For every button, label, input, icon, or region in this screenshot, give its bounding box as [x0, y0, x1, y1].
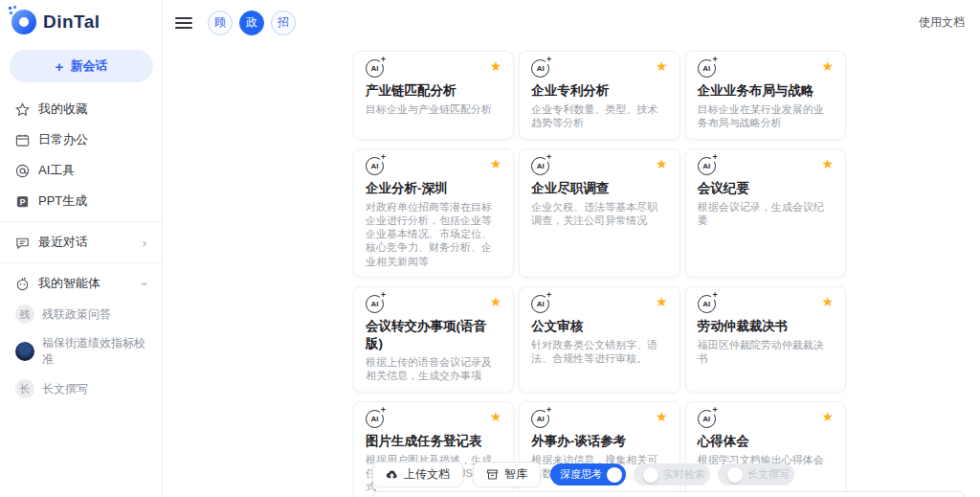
sidebar-item-daily-office[interactable]: 日常办公: [0, 124, 162, 155]
toggle-knob[interactable]: [727, 467, 743, 483]
ppt-icon: P: [15, 194, 30, 209]
plus-icon: +: [56, 58, 64, 75]
chevron-right-icon[interactable]: ›: [143, 237, 146, 249]
agent-card[interactable]: AI ★ 企业业务布局与战略 目标企业在某行业发展的业务布局与战略分析: [685, 51, 846, 140]
sidebar-item-label: 日常办公: [38, 131, 88, 148]
hamburger-menu-icon[interactable]: [175, 17, 192, 29]
sidebar-item-label: PPT生成: [38, 192, 87, 210]
card-title: 企业分析-深圳: [366, 180, 501, 197]
card-title: 公文审核: [531, 318, 667, 335]
agent-card[interactable]: AI ★ 产业链匹配分析 目标企业与产业链匹配分析: [353, 51, 514, 140]
favorite-star-icon[interactable]: ★: [656, 157, 668, 170]
card-title: 劳动仲裁裁决书: [698, 318, 834, 335]
card-title: 心得体会: [698, 433, 834, 450]
agent-avatar: 长: [15, 379, 34, 398]
agent-list: 残 残联政策问答 福保街道绩效指标校准 长 长文撰写: [0, 299, 162, 404]
ai-badge-icon: AI: [531, 295, 549, 313]
agent-card[interactable]: AI ★ 会议纪要 根据会议记录，生成会议纪要: [685, 148, 846, 278]
favorite-star-icon[interactable]: ★: [821, 295, 834, 308]
favorite-star-icon[interactable]: ★: [656, 59, 668, 73]
card-description: 针对政务类公文错别字、语法、合规性等进行审核。: [531, 338, 667, 366]
favorite-star-icon[interactable]: ★: [656, 410, 668, 423]
app-window: DinTal + 新会话 我的收藏 日常办公 AI工具 P PPT生成 最近对话…: [0, 0, 980, 497]
workspace-button[interactable]: 政: [239, 11, 264, 35]
knowledge-base-label: 智库: [504, 466, 527, 483]
upload-cloud-icon: [386, 468, 398, 481]
app-logo: DinTal: [0, 8, 162, 46]
sidebar-item-label: AI工具: [38, 162, 75, 179]
upload-document-label: 上传文档: [404, 466, 450, 483]
card-title: 企业业务布局与战略: [698, 82, 834, 100]
new-chat-button[interactable]: + 新会话: [10, 50, 153, 82]
toggle-knob[interactable]: [643, 467, 658, 483]
agent-card[interactable]: AI ★ 企业尽职调查 企业欠税、违法等基本尽职调查，关注公司异常情况: [519, 148, 679, 278]
favorite-star-icon[interactable]: ★: [490, 59, 502, 73]
card-title: 会议纪要: [698, 180, 834, 197]
app-logo-icon: [11, 10, 36, 34]
toggle-group: 深度思考 实时检索 长文撰写: [550, 463, 794, 486]
workspace-button[interactable]: 招: [271, 11, 296, 35]
card-description: 企业专利数量、类型、技术趋势等分析: [531, 102, 667, 130]
upload-document-button[interactable]: 上传文档: [372, 462, 463, 487]
card-description: 福田区仲裁院劳动仲裁裁决书: [698, 338, 834, 366]
ai-badge-icon: AI: [531, 157, 549, 175]
ai-badge-icon: AI: [698, 410, 716, 428]
robot-icon: [15, 277, 30, 291]
card-title: 产业链匹配分析: [366, 82, 501, 100]
main-area: 顾 政 招 使用文档 AI ★ 产业链匹配分析 目标企业与产业链匹配分析: [163, 0, 980, 497]
toggle-label: 长文撰写: [747, 467, 790, 482]
sidebar-item-my-agents[interactable]: 我的智能体 ›: [0, 268, 162, 299]
card-title: 企业专利分析: [531, 82, 667, 100]
favorite-star-icon[interactable]: ★: [821, 410, 834, 423]
agent-card[interactable]: AI ★ 劳动仲裁裁决书 福田区仲裁院劳动仲裁裁决书: [685, 286, 846, 393]
sidebar-divider: [0, 262, 162, 263]
ai-badge-icon: AI: [366, 295, 384, 313]
favorite-star-icon[interactable]: ★: [490, 157, 502, 170]
sidebar-item-ai-tools[interactable]: AI工具: [0, 155, 162, 186]
sidebar: DinTal + 新会话 我的收藏 日常办公 AI工具 P PPT生成 最近对话…: [0, 0, 163, 497]
feature-toggle[interactable]: 长文撰写: [718, 463, 794, 486]
main-header: 顾 政 招 使用文档: [163, 0, 980, 36]
sidebar-agent-item[interactable]: 长 长文撰写: [0, 373, 162, 404]
ai-badge-icon: AI: [531, 59, 549, 78]
card-title: 会议转交办事项(语音版): [366, 318, 501, 352]
favorite-star-icon[interactable]: ★: [821, 59, 834, 73]
agent-card[interactable]: AI ★ 会议转交办事项(语音版) 根据上传的语音会议记录及相关信息，生成交办事…: [353, 286, 514, 393]
card-description: 根据会议记录，生成会议纪要: [698, 200, 834, 228]
toggle-knob[interactable]: [607, 467, 622, 483]
sidebar-agent-item[interactable]: 福保街道绩效指标校准: [0, 329, 162, 373]
sidebar-item-ppt[interactable]: P PPT生成: [0, 186, 162, 216]
card-description: 目标企业在某行业发展的业务布局与战略分析: [698, 102, 834, 130]
favorite-star-icon[interactable]: ★: [490, 295, 502, 308]
chevron-down-icon[interactable]: ›: [138, 282, 150, 285]
star-icon: [15, 102, 30, 117]
sidebar-item-favorites[interactable]: 我的收藏: [0, 94, 162, 124]
agent-avatar: 残: [15, 305, 34, 324]
card-title: 外事办-谈话参考: [531, 433, 667, 450]
feature-toggle[interactable]: 实时检索: [634, 463, 710, 486]
card-title: 企业尽职调查: [531, 180, 667, 197]
card-description: 对政府单位招商等潜在目标企业进行分析，包括企业等企业基本情况、市场定位、核心竞争…: [366, 200, 501, 268]
toggle-label: 实时检索: [663, 467, 705, 482]
at-circle-icon: [15, 164, 30, 178]
calendar-icon: [15, 133, 30, 147]
sidebar-item-label: 最近对话: [38, 234, 88, 251]
svg-text:P: P: [20, 196, 26, 206]
favorite-star-icon[interactable]: ★: [490, 410, 502, 423]
workspace-button[interactable]: 顾: [208, 11, 233, 35]
sidebar-agent-item[interactable]: 残 残联政策问答: [0, 299, 162, 329]
usage-docs-link[interactable]: 使用文档: [919, 14, 965, 31]
agent-card[interactable]: AI ★ 公文审核 针对政务类公文错别字、语法、合规性等进行审核。: [519, 286, 679, 393]
knowledge-base-button[interactable]: 智库: [473, 462, 541, 487]
sidebar-item-recent-chats[interactable]: 最近对话 ›: [0, 227, 162, 258]
favorite-star-icon[interactable]: ★: [656, 295, 668, 308]
chat-bubble-icon: [15, 236, 30, 250]
feature-toggle[interactable]: 深度思考: [550, 463, 626, 486]
favorite-star-icon[interactable]: ★: [821, 157, 834, 170]
ai-badge-icon: AI: [698, 59, 716, 78]
toggle-label: 深度思考: [560, 467, 602, 482]
chat-input-box[interactable]: [372, 491, 965, 497]
agent-cards-grid: AI ★ 产业链匹配分析 目标企业与产业链匹配分析 AI ★ 企业专利分析 企业…: [353, 51, 846, 497]
agent-card[interactable]: AI ★ 企业专利分析 企业专利数量、类型、技术趋势等分析: [519, 51, 679, 140]
agent-card[interactable]: AI ★ 企业分析-深圳 对政府单位招商等潜在目标企业进行分析，包括企业等企业基…: [353, 148, 514, 278]
